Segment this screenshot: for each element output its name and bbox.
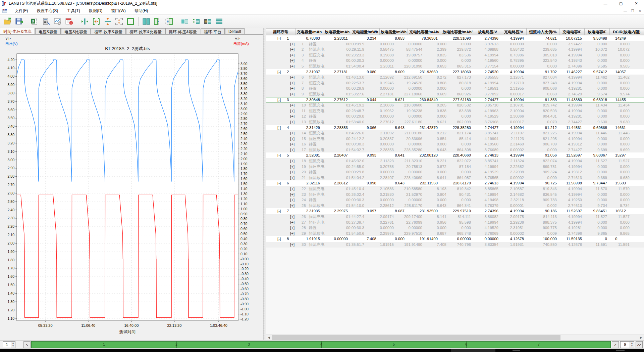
tab-2[interactable]: 电压&比容量	[61, 28, 91, 34]
end-cycle-spinner[interactable]: 8 ▲▼	[620, 341, 634, 348]
expand-expander-icon[interactable]: [+]	[290, 80, 294, 86]
scrollbar-thumb[interactable]	[272, 335, 560, 340]
step-row-9[interactable]: [+]9恒流放电01:53:27.62.27181227.180608.6098…	[266, 91, 644, 97]
cycle-row-1[interactable]: [-]10.783632.283113.2348.65378.36301228.…	[266, 36, 644, 41]
panel-splitter[interactable]	[263, 28, 266, 340]
step-row-24[interactable]: [+]24静置00:00:30.30.000000.000000.0000.00…	[266, 197, 644, 203]
collapse-expander-icon[interactable]: [-]	[277, 208, 281, 214]
tab-3[interactable]: 循环-效率&容量	[91, 28, 126, 34]
column-header-4[interactable]: 放电能量/mWh	[380, 29, 408, 35]
step-row-14[interactable]: [+]14恒流充电01:45:26.02.11092211.091808.212…	[266, 130, 644, 136]
expand-expander-icon[interactable]: [+]	[290, 47, 294, 52]
zoom-frame-icon[interactable]	[114, 17, 124, 26]
tab-7[interactable]: Default	[225, 28, 245, 34]
menu-item-2[interactable]: 工具(T)	[62, 7, 84, 15]
grid-view-2-icon[interactable]	[192, 17, 201, 26]
pane-right-icon[interactable]	[164, 17, 174, 26]
cycle-row-7[interactable]: [-]72.319352.299759.0978.687231.93500229…	[266, 208, 644, 214]
step-row-8[interactable]: [+]8静置00:00:29.90.000000.000000.0000.000…	[266, 86, 644, 91]
prev-cycle-button[interactable]: <	[23, 341, 31, 348]
expand-expander-icon[interactable]: [+]	[290, 41, 294, 47]
expand-expander-icon[interactable]: [+]	[290, 175, 294, 181]
cycle-row-4[interactable]: [-]42.314292.283539.0668.643231.42870228…	[266, 125, 644, 131]
tab-4[interactable]: 循环-效率&比容量	[126, 28, 165, 34]
step-row-21[interactable]: [+]21恒流放电01:54:04.22.28407228.406608.641…	[266, 175, 644, 181]
step-row-28[interactable]: [+]28静置00:00:30.30.000000.000000.0000.00…	[266, 225, 644, 231]
step-row-1[interactable]: [+]1静置00:00:09.90.000000.000000.0000.000…	[266, 41, 644, 47]
grid-view-4-icon[interactable]	[214, 17, 224, 26]
expand-expander-icon[interactable]: [+]	[290, 186, 294, 192]
expand-expander-icon[interactable]: [+]	[290, 136, 294, 142]
save-file-icon[interactable]	[14, 17, 24, 26]
collapse-expander-icon[interactable]: [-]	[277, 36, 281, 41]
pane-left-icon[interactable]	[153, 17, 162, 26]
start-cycle-spinner[interactable]: 1 ▲▼	[3, 341, 15, 348]
mdi-window-button-1[interactable]: ❐	[630, 9, 635, 13]
menu-item-1[interactable]: 设置中心(S)	[32, 7, 62, 15]
expand-expander-icon[interactable]: [+]	[290, 52, 294, 58]
expand-expander-icon[interactable]: [+]	[290, 130, 294, 136]
fit-vertical-icon[interactable]	[103, 17, 112, 26]
expand-expander-icon[interactable]: [+]	[290, 102, 294, 108]
step-row-20[interactable]: [+]20静置00:00:29.80.000000.000000.0000.00…	[266, 169, 644, 175]
menu-item-5[interactable]: 帮助(H)	[130, 7, 153, 15]
expand-expander-icon[interactable]: [+]	[290, 108, 294, 114]
maximize-button[interactable]: ▢	[613, 0, 629, 7]
expand-expander-icon[interactable]: [+]	[290, 158, 294, 164]
step-row-22[interactable]: [+]22恒流充电01:45:10.42.10586210.585808.193…	[266, 186, 644, 192]
grid-view-3-icon[interactable]	[203, 17, 212, 26]
step-row-19[interactable]: [+]19恒压充电00:24:55.00.2075820.758130.8728…	[266, 164, 644, 170]
expand-expander-icon[interactable]: [+]	[290, 114, 294, 119]
cycle-row-5[interactable]: [-]52.320812.284079.0938.641232.08120228…	[266, 152, 644, 158]
menu-item-4[interactable]: 窗口(W)	[107, 7, 130, 15]
step-row-10[interactable]: [+]10恒流充电01:45:19.22.10886210.886008.205…	[266, 102, 644, 108]
expand-expander-icon[interactable]: [+]	[290, 86, 294, 91]
fit-horizontal-icon[interactable]	[92, 17, 101, 26]
split-panes-icon[interactable]	[142, 17, 151, 26]
step-row-23[interactable]: [+]23恒压充电00:26:02.40.2153021.529700.9049…	[266, 192, 644, 197]
column-header-2[interactable]: 放电容量/mAh	[323, 29, 351, 35]
expand-expander-icon[interactable]: [+]	[290, 141, 294, 147]
expand-expander-icon[interactable]: [+]	[290, 225, 294, 231]
voltage-current-chart[interactable]: 4.204.104.003.903.803.703.603.503.403.30…	[0, 35, 263, 340]
mdi-window-button-2[interactable]: ✕	[637, 9, 643, 13]
step-row-6[interactable]: [+]6恒流充电01:46:13.02.12692212.691508.2728…	[266, 75, 644, 80]
column-header-11[interactable]: 放电电容/F	[585, 29, 610, 35]
expand-expander-icon[interactable]: [+]	[290, 119, 294, 125]
table-horizontal-scrollbar[interactable]: ◀ ▶	[266, 335, 644, 340]
step-row-25[interactable]: [+]25恒流放电01:54:10.02.28612228.611708.643…	[266, 203, 644, 209]
next-cycle-button[interactable]: >	[612, 341, 619, 348]
expand-expander-icon[interactable]: [+]	[290, 192, 294, 197]
column-header-0[interactable]: 循环序号	[266, 29, 296, 35]
report-calculator-icon[interactable]	[42, 17, 51, 26]
collapse-expander-icon[interactable]: [-]	[277, 236, 281, 242]
expand-expander-icon[interactable]: [+]	[290, 147, 294, 153]
column-header-3[interactable]: 充电能量/mWh	[351, 29, 380, 35]
step-row-11[interactable]: [+]11恒压充电00:23:48.70.1996219.962380.8388…	[266, 108, 644, 114]
expand-expander-icon[interactable]: [+]	[290, 58, 294, 63]
expand-expander-icon[interactable]: [+]	[290, 242, 294, 248]
spinner-arrows[interactable]: ▲▼	[630, 342, 634, 348]
expand-expander-icon[interactable]: [+]	[290, 214, 294, 220]
collapse-expander-icon[interactable]: [-]	[277, 97, 281, 103]
step-row-27[interactable]: [+]27恒压充电00:27:39.70.2276122.760990.9569…	[266, 220, 644, 225]
minimize-button[interactable]: —	[598, 0, 613, 7]
scroll-left-arrow-icon[interactable]: ◀	[266, 335, 272, 340]
step-row-12[interactable]: [+]12静置00:00:29.80.000000.000000.0000.00…	[266, 114, 644, 119]
column-header-7[interactable]: 放电终压/V	[474, 29, 501, 35]
column-header-5[interactable]: 充电比容量/mAh/	[408, 29, 441, 35]
step-row-2[interactable]: [+]2恒流充电00:29:11.90.5847558.475442.39923…	[266, 47, 644, 52]
column-header-12[interactable]: DCIR(放电内阻)	[610, 29, 644, 35]
step-row-3[interactable]: [+]3恒压充电00:23:23.30.1988819.887570.83583…	[266, 52, 644, 58]
fit-width-icon[interactable]	[80, 17, 90, 26]
spinner-arrows[interactable]: ▲▼	[11, 342, 15, 348]
cycle-row-8[interactable]: [-]81.919150.000007.4080.000191.914900.0…	[266, 236, 644, 242]
tab-1[interactable]: 电压&容量	[35, 28, 61, 34]
menu-item-0[interactable]: 文件(F)	[10, 7, 32, 15]
chart-edit-icon[interactable]	[53, 17, 62, 26]
collapse-expander-icon[interactable]: [-]	[277, 152, 281, 158]
expand-expander-icon[interactable]: [+]	[290, 220, 294, 225]
step-row-30[interactable]: [+]30恒流充电01:35:51.71.91915191.914907.408…	[266, 242, 644, 248]
calendar-info-icon[interactable]: i	[64, 17, 74, 26]
expand-expander-icon[interactable]: [+]	[290, 164, 294, 170]
